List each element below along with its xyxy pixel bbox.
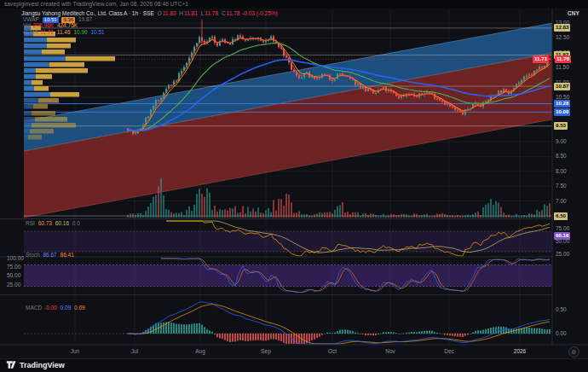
scales-settings-button[interactable]: ⚙ bbox=[568, 346, 579, 357]
tradingview-logo[interactable]: TradingView bbox=[6, 360, 65, 369]
attribution-text: savepiginvest created with TradingView.c… bbox=[4, 1, 188, 7]
chart-canvas[interactable] bbox=[0, 9, 588, 372]
attribution-bar: savepiginvest created with TradingView.c… bbox=[0, 0, 588, 9]
brand-text: TradingView bbox=[20, 361, 65, 369]
tradingview-window: savepiginvest created with TradingView.c… bbox=[0, 0, 588, 372]
footer-bar bbox=[0, 358, 588, 372]
tradingview-logo-icon bbox=[6, 360, 16, 369]
